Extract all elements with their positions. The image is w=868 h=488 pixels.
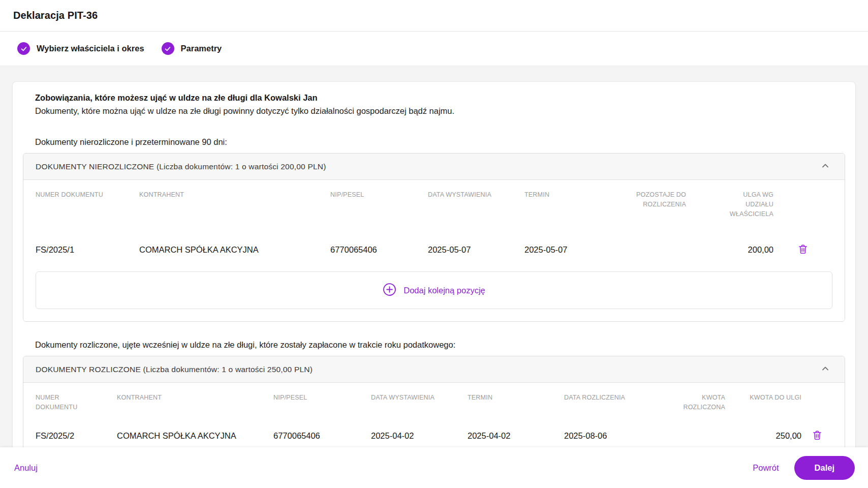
page-title: Deklaracja PIT-36: [13, 10, 98, 21]
cell-nip-pesel: 6770065406: [273, 431, 371, 441]
next-button[interactable]: Dalej: [794, 456, 855, 480]
cell-data-wystawienia: 2025-04-02: [371, 431, 468, 441]
step-label: Parametry: [181, 44, 222, 53]
add-row-container: Dodaj kolejną pozycję: [36, 271, 832, 309]
trash-icon: [797, 243, 809, 256]
add-position-button[interactable]: Dodaj kolejną pozycję: [380, 282, 488, 299]
col-header-termin: TERMIN: [524, 190, 591, 219]
collapse-button[interactable]: [818, 159, 832, 174]
back-button[interactable]: Powrót: [752, 460, 780, 476]
plus-circle-icon: [383, 283, 396, 298]
cell-numer-dokumentu: FS/2025/1: [36, 245, 139, 255]
col-header-kwota-do-ulgi: KWOTA DO ULGI: [725, 393, 801, 412]
col-header-numer-dokumentu: NUMER DOKUMENTU: [36, 393, 86, 412]
table2-header-row: NUMER DOKUMENTU KONTRAHENT NIP/PESEL DAT…: [36, 393, 832, 412]
panel1-body: NUMER DOKUMENTU KONTRAHENT NIP/PESEL DAT…: [23, 180, 845, 321]
section2-label: Dokumenty rozliczone, ujęte wcześniej w …: [35, 340, 833, 350]
col-header-numer-dokumentu: NUMER DOKUMENTU: [36, 190, 139, 219]
page-heading: Zobowiązania, które możesz ująć w uldze …: [35, 93, 833, 103]
cell-nip-pesel: 6770065406: [330, 245, 428, 255]
trash-icon: [812, 430, 823, 442]
cell-ulga: 200,00: [686, 245, 773, 255]
chevron-up-icon: [820, 363, 830, 375]
col-header-nip-pesel: NIP/PESEL: [273, 393, 371, 412]
wizard-steps: Wybierz właściciela i okres Parametry: [0, 32, 868, 66]
panel1-title: DOKUMENTY NIEROZLICZONE (Liczba dokument…: [36, 162, 326, 171]
cell-numer-dokumentu: FS/2025/2: [36, 431, 117, 441]
step-label: Wybierz właściciela i okres: [37, 44, 144, 53]
cell-kontrahent: COMARCH SPÓŁKA AKCYJNA: [117, 431, 273, 441]
col-header-kontrahent: KONTRAHENT: [139, 190, 330, 219]
check-icon: [162, 42, 174, 55]
step-wybierz-wlasciciela[interactable]: Wybierz właściciela i okres: [17, 42, 144, 55]
col-header-data-wystawienia: DATA WYSTAWIENIA: [428, 190, 524, 219]
check-icon: [17, 42, 30, 55]
panel2-title: DOKUMENTY ROZLICZONE (Liczba dokumentów:…: [36, 365, 313, 374]
panel-dokumenty-nierozliczone: DOKUMENTY NIEROZLICZONE (Liczba dokument…: [23, 153, 845, 322]
page-subheading: Dokumenty, które można ująć w uldze na z…: [35, 106, 833, 116]
delete-row-button[interactable]: [796, 242, 810, 257]
table-row: FS/2025/1 COMARCH SPÓŁKA AKCYJNA 6770065…: [36, 232, 832, 261]
col-header-nip-pesel: NIP/PESEL: [330, 190, 428, 219]
col-header-kontrahent: KONTRAHENT: [117, 393, 273, 412]
col-header-pozostaje-do-rozliczenia: POZOSTAJE DO ROZLICZENIA: [625, 190, 686, 209]
col-header-data-wystawienia: DATA WYSTAWIENIA: [371, 393, 468, 412]
cell-kontrahent: COMARCH SPÓŁKA AKCYJNA: [139, 245, 330, 255]
delete-row-button[interactable]: [811, 429, 824, 443]
cancel-button[interactable]: Anuluj: [13, 460, 39, 476]
panel1-header[interactable]: DOKUMENTY NIEROZLICZONE (Liczba dokument…: [23, 154, 845, 180]
main-area: Zobowiązania, które możesz ująć w uldze …: [0, 66, 868, 488]
step-parametry[interactable]: Parametry: [162, 42, 222, 55]
col-header-kwota-rozliczona: KWOTA ROZLICZONA: [676, 393, 725, 412]
chevron-up-icon: [820, 161, 830, 172]
action-bar: Anuluj Powrót Dalej: [0, 447, 868, 488]
col-header-ulga-wg-udzialu: ULGA WG UDZIAŁU WŁAŚCICIELA: [725, 190, 773, 219]
panel2-header[interactable]: DOKUMENTY ROZLICZONE (Liczba dokumentów:…: [23, 356, 845, 383]
content-card: Zobowiązania, które możesz ująć w uldze …: [12, 81, 856, 488]
cell-termin: 2025-04-02: [468, 431, 564, 441]
cell-data-wystawienia: 2025-05-07: [428, 245, 524, 255]
title-bar: Deklaracja PIT-36: [0, 0, 868, 32]
section1-label: Dokumenty nierozliczone i przeterminowan…: [35, 137, 833, 147]
collapse-button[interactable]: [818, 361, 832, 377]
cell-termin: 2025-05-07: [524, 245, 591, 255]
table1-header-row: NUMER DOKUMENTU KONTRAHENT NIP/PESEL DAT…: [36, 190, 832, 219]
col-header-data-rozliczenia: DATA ROZLICZENIA: [564, 393, 662, 412]
cell-kwota-do-ulgi: 250,00: [725, 431, 801, 441]
add-position-label: Dodaj kolejną pozycję: [404, 286, 485, 295]
cell-data-rozliczenia: 2025-08-06: [564, 431, 662, 441]
col-header-termin: TERMIN: [468, 393, 564, 412]
